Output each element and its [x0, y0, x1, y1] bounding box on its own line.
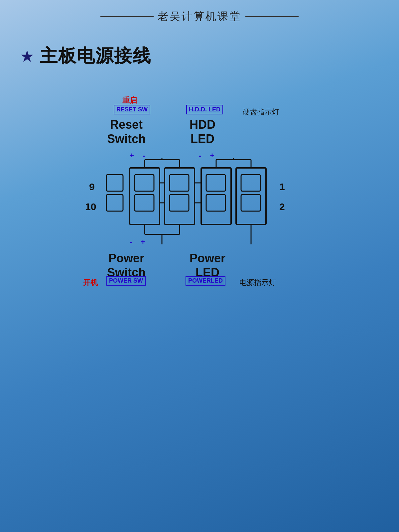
diagram-container: 重启 RESET SW H.D.D. LED 硬盘指示灯 Reset Switc… [83, 88, 316, 314]
text-reset-switch: Reset Switch [107, 117, 146, 146]
star-icon: ★ [20, 47, 34, 66]
page-title-row: ★ 主板电源接线 [20, 44, 399, 68]
label-kaiji: 开机 [83, 278, 98, 288]
label-harddisk-cn: 硬盘指示灯 [243, 107, 279, 117]
label-powerled: POWERLED [186, 276, 225, 286]
svg-rect-7 [170, 195, 189, 211]
label-hdd-led: H.D.D. LED [186, 105, 223, 114]
svg-rect-0 [106, 175, 123, 191]
svg-rect-19 [206, 175, 225, 191]
pin-1: 1 [279, 181, 285, 193]
svg-rect-3 [135, 175, 154, 191]
connector-diagram [103, 158, 279, 244]
polarity-bottom-power: - + [130, 238, 148, 246]
header-line-right [245, 16, 299, 17]
text-power-switch: Power Switch [107, 251, 146, 280]
svg-rect-22 [241, 175, 260, 191]
page-title: 主板电源接线 [40, 44, 151, 68]
svg-rect-23 [241, 195, 260, 211]
header: 老吴计算机课堂 [0, 0, 399, 24]
svg-rect-6 [170, 175, 189, 191]
svg-rect-4 [135, 195, 154, 211]
label-power-sw: POWER SW [106, 276, 146, 286]
header-line-left [100, 16, 154, 17]
pin-2: 2 [279, 201, 285, 212]
label-chongqi: 重启 [122, 95, 137, 105]
svg-rect-20 [206, 195, 225, 211]
label-reset-sw: RESET SW [114, 105, 150, 114]
pin-9: 9 [89, 181, 95, 193]
text-hdd-led: HDD LED [190, 117, 215, 146]
label-power-cn: 电源指示灯 [239, 278, 276, 288]
header-title: 老吴计算机课堂 [158, 9, 241, 24]
svg-rect-1 [106, 195, 123, 211]
text-power-led: Power LED [190, 251, 225, 280]
pin-10: 10 [85, 201, 96, 212]
